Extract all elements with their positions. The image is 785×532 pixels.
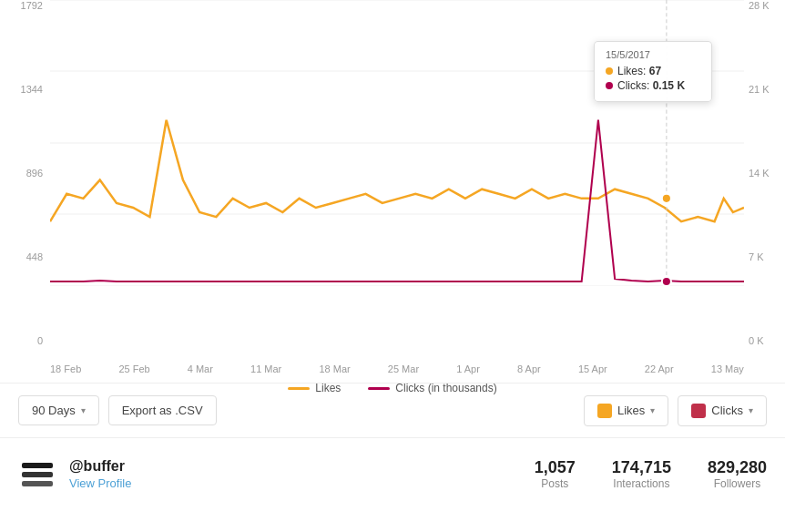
x-label-4: 18 Mar	[319, 363, 350, 374]
chart-svg	[50, 0, 744, 286]
stat-followers-label: Followers	[708, 477, 767, 490]
svg-rect-9	[22, 472, 53, 477]
clicks-filter-button[interactable]: Clicks ▾	[678, 395, 767, 426]
x-label-3: 11 Mar	[250, 363, 281, 374]
stat-interactions-label: Interactions	[612, 477, 671, 490]
x-label-6: 1 Apr	[456, 363, 480, 374]
y-left-label-4: 1792	[21, 0, 43, 11]
legend-likes-label: Likes	[315, 382, 341, 394]
x-label-0: 18 Feb	[50, 363, 81, 374]
legend-clicks-label: Clicks (in thousands)	[395, 382, 496, 394]
clicks-chevron-icon: ▾	[749, 405, 753, 415]
profile-bar: @buffer View Profile 1,057 Posts 174,715…	[0, 437, 785, 510]
chart-container: 0 448 896 1344 1792 0 K 7 K 14 K 21 K 28…	[0, 0, 785, 383]
y-axis-right: 0 K 7 K 14 K 21 K 28 K	[744, 0, 785, 346]
y-right-label-4: 28 K	[749, 0, 770, 11]
y-right-label-3: 21 K	[749, 84, 770, 95]
likes-filter-label: Likes	[617, 404, 645, 417]
legend-likes-color	[288, 387, 310, 390]
chart-legend: Likes Clicks (in thousands)	[0, 377, 785, 399]
y-axis-left: 0 448 896 1344 1792	[0, 0, 50, 346]
export-csv-label: Export as .CSV	[122, 404, 203, 417]
svg-point-7	[662, 277, 671, 286]
y-left-label-3: 1344	[21, 84, 43, 95]
x-label-9: 22 Apr	[645, 363, 674, 374]
x-label-8: 15 Apr	[578, 363, 607, 374]
likes-chevron-icon: ▾	[650, 405, 655, 415]
x-label-10: 13 May	[711, 363, 744, 374]
legend-likes: Likes	[288, 382, 341, 394]
view-profile-link[interactable]: View Profile	[69, 476, 131, 490]
stat-followers-value: 829,280	[708, 458, 767, 477]
x-label-2: 4 Mar	[188, 363, 213, 374]
likes-color-swatch	[597, 404, 612, 418]
profile-name: @buffer	[69, 458, 535, 475]
buffer-logo-icon	[18, 455, 56, 494]
profile-stats: 1,057 Posts 174,715 Interactions 829,280…	[535, 458, 767, 490]
clicks-filter-label: Clicks	[711, 404, 743, 417]
days-filter-button[interactable]: 90 Days ▾	[18, 395, 99, 425]
x-label-1: 25 Feb	[118, 363, 149, 374]
days-chevron-icon: ▾	[81, 405, 86, 415]
x-label-7: 8 Apr	[517, 363, 541, 374]
y-right-label-0: 0 K	[749, 335, 764, 346]
stat-followers: 829,280 Followers	[708, 458, 767, 490]
controls-left: 90 Days ▾ Export as .CSV	[18, 395, 575, 425]
likes-filter-button[interactable]: Likes ▾	[584, 395, 668, 426]
x-label-5: 25 Mar	[388, 363, 419, 374]
days-filter-label: 90 Days	[32, 404, 76, 417]
y-right-label-2: 14 K	[749, 168, 770, 179]
y-left-label-1: 448	[26, 251, 43, 262]
stat-interactions-value: 174,715	[612, 458, 671, 477]
profile-info: @buffer View Profile	[69, 458, 535, 491]
svg-rect-8	[22, 463, 53, 468]
svg-rect-10	[22, 481, 53, 486]
controls-right: Likes ▾ Clicks ▾	[584, 395, 767, 426]
stat-posts-value: 1,057	[535, 458, 576, 477]
y-left-label-0: 0	[37, 335, 43, 346]
stat-interactions: 174,715 Interactions	[612, 458, 671, 490]
legend-clicks-color	[368, 387, 390, 390]
y-left-label-2: 896	[26, 168, 43, 179]
clicks-color-swatch	[691, 404, 706, 418]
legend-clicks: Clicks (in thousands)	[368, 382, 496, 394]
stat-posts-label: Posts	[535, 477, 576, 490]
y-right-label-1: 7 K	[749, 251, 764, 262]
export-csv-button[interactable]: Export as .CSV	[108, 395, 217, 425]
stat-posts: 1,057 Posts	[535, 458, 576, 490]
svg-point-6	[662, 194, 671, 203]
